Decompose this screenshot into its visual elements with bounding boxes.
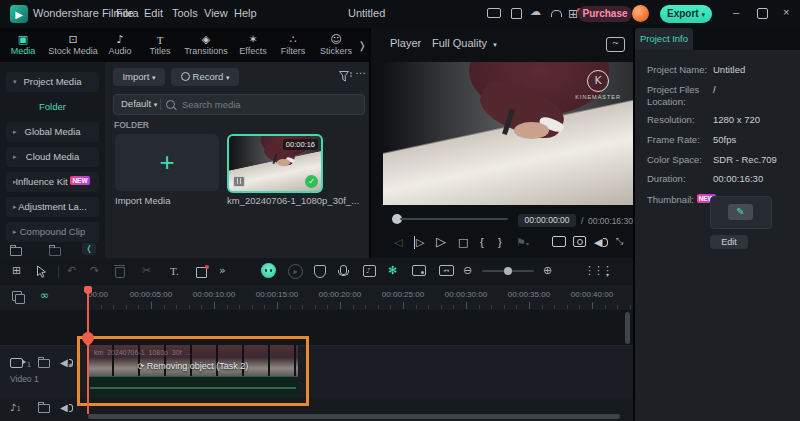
menu-view[interactable]: View	[204, 7, 228, 19]
fit-timeline-icon[interactable]: ↔	[439, 265, 454, 276]
select-tool-icon[interactable]	[36, 265, 48, 278]
audio-track-lock-icon[interactable]	[38, 404, 50, 413]
tab-media[interactable]: ▣Media	[0, 28, 46, 62]
auto-ripple-icon[interactable]	[12, 291, 22, 301]
tabs-overflow-icon[interactable]: ❭	[358, 40, 366, 51]
tab-transitions[interactable]: ◈Transitions	[180, 28, 232, 62]
media-clip-card[interactable]: 00:00:16 ✓	[227, 134, 323, 193]
edit-thumbnail-button[interactable]: Edit	[710, 235, 748, 249]
cloud-upload-icon[interactable]: ☁	[530, 6, 541, 18]
video-track-label: Video 1	[10, 374, 39, 384]
window-maximize-icon[interactable]	[757, 8, 768, 19]
import-media-card[interactable]: +	[115, 134, 219, 191]
play-in-context-icon[interactable]: ▸	[288, 264, 303, 279]
delete-folder-icon[interactable]	[49, 247, 61, 256]
purchase-button[interactable]: Purchase	[578, 6, 632, 22]
crop-tool-icon[interactable]	[196, 267, 207, 278]
sidebar-item-cloud-media[interactable]: ▸Cloud Media	[6, 147, 99, 167]
audio-track-mute-icon[interactable]: ◀	[60, 402, 68, 413]
account-avatar[interactable]	[632, 5, 649, 22]
fullscreen-display-icon[interactable]	[552, 236, 566, 247]
divider	[633, 28, 635, 421]
manage-tracks-dropdown-icon[interactable]: ▾	[606, 268, 609, 282]
sidebar-item-compound-clip[interactable]: ▸Compound Clip	[6, 222, 99, 242]
menu-file[interactable]: File	[116, 7, 134, 19]
tab-titles[interactable]: TTitles	[140, 28, 180, 62]
support-headset-icon[interactable]	[551, 10, 562, 17]
video-preview: K KINEMASTER	[383, 62, 635, 205]
window-minimize-icon[interactable]: –	[733, 6, 739, 18]
previous-frame-icon[interactable]: ◁	[394, 236, 402, 249]
ai-copilot-icon[interactable]	[261, 263, 276, 278]
sort-dropdown[interactable]: Default ▾	[121, 98, 157, 109]
tab-effects[interactable]: ✶Effects	[232, 28, 274, 62]
new-folder-icon[interactable]	[10, 247, 22, 256]
menu-tools[interactable]: Tools	[172, 7, 198, 19]
sidebar-item-project-media[interactable]: ▾Project Media	[6, 72, 99, 92]
apps-grid-icon[interactable]: ⊞	[568, 8, 578, 20]
timeline-ruler[interactable]: ∞ 00:00 00:00:05:00 00:00:10:00 00:00:15…	[0, 285, 633, 310]
more-options-icon[interactable]: …	[355, 64, 367, 76]
snapshot-camera-icon[interactable]	[573, 236, 586, 247]
edit-thumbnail-pencil-icon[interactable]: ✎	[728, 204, 753, 220]
tab-stock-media[interactable]: ⊡Stock Media	[46, 28, 100, 62]
split-scissors-icon[interactable]: ✂	[142, 264, 151, 278]
scrubber-track[interactable]	[400, 218, 508, 220]
scopes-toggle-icon[interactable]: ~	[606, 37, 625, 52]
marker-icon[interactable]: ⚑▾	[516, 236, 529, 249]
tab-project-info[interactable]: Project Info	[635, 28, 693, 50]
zoom-out-icon[interactable]: ⊖	[463, 264, 472, 278]
zoom-slider-knob[interactable]	[504, 267, 512, 275]
save-icon[interactable]	[511, 8, 522, 19]
video-track-mute-icon[interactable]: ◀	[60, 357, 68, 368]
timeline-zoom-slider[interactable]	[482, 270, 534, 272]
timeline-tracks: 1 ◀ Video 1 ♪1 ◀ km_20240706-1_1080p_30f…	[0, 310, 633, 421]
shield-privacy-icon[interactable]	[314, 265, 326, 278]
redo-icon[interactable]: ↷	[90, 264, 99, 278]
search-input[interactable]	[180, 96, 354, 113]
step-forward-icon[interactable]: ▷	[414, 236, 424, 249]
sidebar-item-adjustment-layer[interactable]: ▸Adjustment La...	[6, 197, 99, 217]
sidebar-item-global-media[interactable]: ▸Global Media	[6, 122, 99, 142]
audio-stretch-icon[interactable]: ♪	[363, 265, 376, 277]
tab-stickers[interactable]: ☺Stickers	[312, 28, 360, 62]
play-icon[interactable]: ▷	[436, 234, 446, 249]
more-tools-icon[interactable]: »	[219, 264, 226, 278]
sidebar-item-influence-kit[interactable]: ▸Influence Kit NEW	[6, 172, 99, 192]
text-tool-icon[interactable]: T.	[170, 264, 179, 278]
window-close-icon[interactable]: ×	[783, 6, 789, 18]
export-dropdown-icon: ▾	[701, 11, 705, 19]
delete-icon[interactable]	[115, 267, 125, 278]
sidebar-item-folder[interactable]: Folder	[6, 97, 99, 117]
media-browser-toggle-icon[interactable]: ⊞	[12, 264, 21, 278]
vertical-scrollbar[interactable]	[625, 312, 630, 344]
voiceover-mic-icon[interactable]	[340, 265, 347, 275]
link-clips-icon[interactable]: ∞	[40, 289, 49, 302]
tab-filters[interactable]: ∴Filters	[274, 28, 312, 62]
volume-icon[interactable]: ◀	[594, 236, 602, 249]
quality-dropdown[interactable]: Full Quality ▾	[432, 37, 497, 49]
document-title: Untitled	[348, 7, 385, 19]
export-button[interactable]: Export ▾	[660, 5, 712, 23]
stop-icon[interactable]: □	[458, 236, 468, 249]
undo-icon[interactable]: ↶	[67, 264, 76, 278]
filter-icon[interactable]	[339, 71, 352, 83]
tab-audio[interactable]: ♪Audio	[100, 28, 140, 62]
menu-edit[interactable]: Edit	[144, 7, 163, 19]
import-button[interactable]: Import ▾	[113, 68, 165, 86]
horizontal-scrollbar[interactable]	[88, 414, 620, 419]
ai-effect-icon[interactable]: ✻	[388, 264, 397, 278]
kinemaster-watermark: K KINEMASTER	[575, 70, 621, 100]
workspace-icon[interactable]	[487, 8, 501, 18]
field-value: Untitled	[713, 64, 745, 76]
video-track-lock-icon[interactable]	[38, 359, 50, 368]
detach-player-icon[interactable]: ⤡	[616, 236, 623, 247]
playhead-line[interactable]	[87, 286, 89, 414]
mark-in-icon[interactable]: {	[480, 236, 484, 248]
record-button[interactable]: Record ▾	[171, 68, 239, 86]
zoom-in-icon[interactable]: ⊕	[543, 264, 552, 278]
mark-out-icon[interactable]: }	[498, 236, 502, 248]
screen-record-icon[interactable]	[412, 265, 426, 276]
collapse-sidebar-icon[interactable]: ❬	[82, 243, 96, 255]
menu-help[interactable]: Help	[234, 7, 257, 19]
